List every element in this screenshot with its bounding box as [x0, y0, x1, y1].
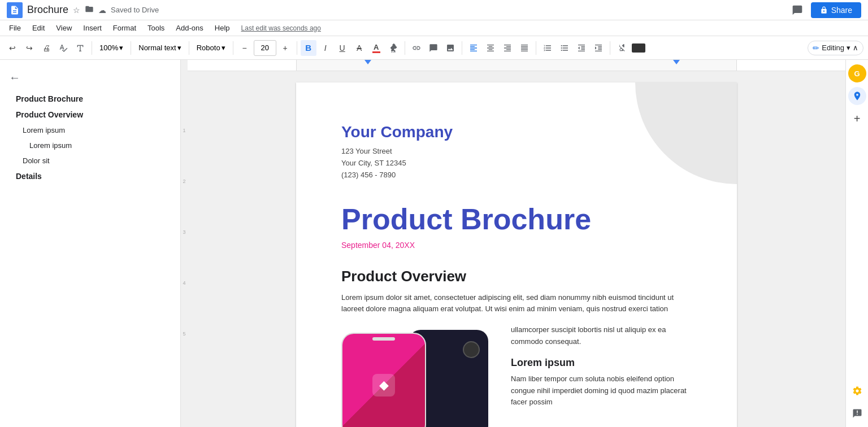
address-line3: (123) 456 - 7890 [341, 169, 692, 181]
ordered-list-button[interactable] [540, 40, 555, 56]
font-size-input[interactable] [254, 40, 276, 56]
page-color-button[interactable] [631, 40, 646, 56]
feedback-icon[interactable] [848, 404, 866, 422]
editing-mode-label: Editing [822, 43, 844, 52]
maps-icon[interactable] [848, 87, 866, 105]
chat-icon[interactable] [788, 1, 806, 19]
document-page[interactable]: Your Company 123 Your Street Your City, … [296, 82, 737, 427]
lorem-heading: Lorem ipsum [511, 357, 692, 369]
share-button[interactable]: Share [811, 2, 861, 18]
phone-notch [372, 337, 395, 341]
share-label: Share [831, 6, 852, 15]
outline-item-details[interactable]: Details [5, 168, 176, 184]
indent-decrease-button[interactable] [574, 40, 589, 56]
editing-collapse-icon[interactable]: ∧ [853, 43, 858, 52]
clear-formatting-button[interactable] [614, 40, 630, 56]
address-line1: 123 Your Street [341, 146, 692, 158]
phone-camera [463, 341, 480, 358]
editing-mode-selector[interactable]: ✏ Editing ▾ ∧ [808, 41, 863, 55]
address-line2: Your City, ST 12345 [341, 158, 692, 169]
style-value: Normal text [138, 43, 176, 52]
topbar: Brochure ☆ ☁ Saved to Drive Share [0, 0, 868, 20]
separator-8 [536, 41, 536, 55]
strikethrough-button[interactable]: A [351, 40, 367, 56]
text-color-button[interactable]: A [368, 40, 384, 56]
align-justify-button[interactable] [517, 40, 532, 56]
underline-button[interactable]: U [335, 40, 350, 56]
separator-2 [131, 41, 131, 55]
menu-view[interactable]: View [51, 22, 76, 34]
ruler [188, 60, 845, 71]
phone-screen: ◆ [342, 334, 425, 427]
document-title[interactable]: Brochure [27, 4, 68, 16]
font-size-decrease-button[interactable]: − [237, 40, 253, 56]
outline-item-lorem-1[interactable]: Lorem ipsum [5, 123, 176, 138]
cloud-saved-icon[interactable]: ☁ [98, 6, 106, 15]
menu-tools[interactable]: Tools [143, 22, 169, 34]
outline-item-product-brochure[interactable]: Product Brochure [5, 91, 176, 107]
menu-insert[interactable]: Insert [79, 22, 106, 34]
add-icon[interactable]: + [848, 110, 866, 128]
main-content: ← Product Brochure Product Overview Lore… [0, 60, 868, 427]
align-center-button[interactable] [483, 40, 498, 56]
align-right-button[interactable] [500, 40, 515, 56]
document-main-title: Product Brochure [341, 203, 692, 236]
zoom-dropdown-icon: ▾ [119, 43, 123, 52]
font-dropdown-icon: ▾ [222, 43, 225, 52]
editing-pencil-icon: ✏ [813, 43, 819, 53]
font-value: Roboto [197, 43, 220, 52]
document-outline-sidebar: ← Product Brochure Product Overview Lore… [0, 60, 181, 427]
outline-item-dolor[interactable]: Dolor sit [5, 153, 176, 168]
company-name: Your Company [341, 123, 692, 141]
page-container: Your Company 123 Your Street Your City, … [188, 71, 845, 427]
lorem-body: Nam liber tempor cum soluta nobis eleife… [511, 373, 692, 408]
redo-button[interactable]: ↪ [21, 40, 37, 56]
indent-increase-button[interactable] [591, 40, 606, 56]
section1-col-right-text: ullamcorper suscipit lobortis nisl ut al… [511, 324, 692, 348]
ruler-inner [296, 60, 737, 71]
menu-edit[interactable]: Edit [28, 22, 49, 34]
separator-5 [297, 41, 297, 55]
zoom-selector[interactable]: 100% ▾ [96, 42, 127, 54]
outline-item-product-overview[interactable]: Product Overview [5, 107, 176, 123]
document-area[interactable]: Your Company 123 Your Street Your City, … [188, 60, 845, 427]
star-icon[interactable]: ☆ [73, 6, 80, 15]
paint-format-button[interactable] [72, 40, 88, 56]
right-text-column: ullamcorper suscipit lobortis nisl ut al… [511, 324, 692, 427]
comment-button[interactable] [426, 40, 441, 56]
phone-image-column: ◆ [341, 324, 500, 427]
zoom-value: 100% [99, 43, 118, 52]
page-number-margin: 1 2 3 4 5 [181, 60, 188, 427]
font-size-increase-button[interactable]: + [277, 40, 293, 56]
sidebar-back-button[interactable]: ← [0, 69, 180, 91]
bold-button[interactable]: B [301, 40, 316, 56]
section1-body: Lorem ipsum dolor sit amet, consectetuer… [341, 292, 692, 316]
menu-addons[interactable]: Add-ons [171, 22, 207, 34]
separator-6 [405, 41, 405, 55]
settings-icon[interactable] [848, 382, 866, 400]
toolbar: ↩ ↪ 🖨 100% ▾ Normal text ▾ Roboto ▾ − + … [0, 36, 868, 60]
outline-item-lorem-2[interactable]: Lorem ipsum [5, 138, 176, 153]
italic-button[interactable]: I [318, 40, 333, 56]
print-button[interactable]: 🖨 [38, 40, 54, 56]
separator-4 [233, 41, 233, 55]
menu-file[interactable]: File [5, 22, 25, 34]
gemini-icon[interactable]: G [848, 64, 866, 82]
spellcheck-button[interactable] [55, 40, 71, 56]
separator-1 [92, 41, 92, 55]
link-button[interactable] [409, 40, 424, 56]
style-selector[interactable]: Normal text ▾ [134, 42, 185, 54]
undo-button[interactable]: ↩ [5, 40, 20, 56]
font-selector[interactable]: Roboto ▾ [193, 42, 229, 54]
menu-help[interactable]: Help [210, 22, 235, 34]
align-left-button[interactable] [466, 40, 481, 56]
unordered-list-button[interactable] [557, 40, 572, 56]
two-column-section: ◆ ullamcorper suscipit lobortis nisl ut … [341, 324, 692, 427]
last-edit-status[interactable]: Last edit was seconds ago [241, 24, 321, 32]
highlight-button[interactable] [385, 40, 401, 56]
editing-dropdown-icon: ▾ [847, 43, 850, 52]
image-button[interactable] [442, 40, 458, 56]
phone-front: ◆ [341, 333, 426, 427]
menu-format[interactable]: Format [108, 22, 141, 34]
folder-icon[interactable] [85, 5, 94, 15]
